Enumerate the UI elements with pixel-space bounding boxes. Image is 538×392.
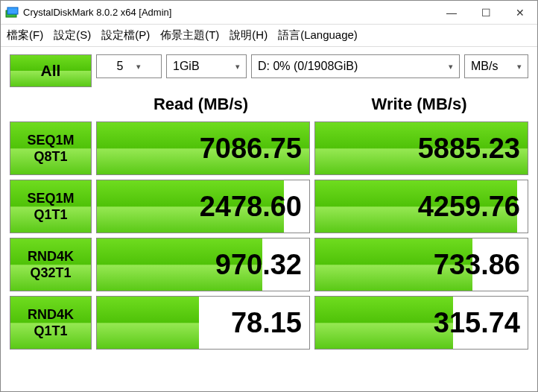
test-label-line1: SEQ1M	[27, 190, 74, 207]
titlebar: CrystalDiskMark 8.0.2 x64 [Admin] — ☐ ✕	[1, 1, 537, 25]
chevron-down-icon: ▾	[517, 62, 522, 72]
drive-select[interactable]: D: 0% (0/1908GiB) ▾	[251, 54, 460, 78]
benchmark-row: RND4KQ1T178.15315.74	[10, 296, 528, 350]
size-value: 1GiB	[173, 60, 200, 73]
write-result-cell: 4259.76	[314, 180, 528, 233]
chevron-down-icon: ▾	[235, 62, 240, 72]
column-headers: Read (MB/s) Write (MB/s)	[10, 90, 528, 121]
test-label-line2: Q1T1	[34, 206, 67, 224]
size-select[interactable]: 1GiB ▾	[166, 54, 247, 78]
read-value: 970.32	[215, 249, 302, 281]
close-button[interactable]: ✕	[503, 1, 537, 25]
run-all-button[interactable]: All	[10, 54, 92, 87]
test-label-line2: Q1T1	[34, 323, 67, 340]
write-value: 4259.76	[418, 191, 520, 223]
menu-theme[interactable]: 佈景主題(T)	[160, 28, 219, 42]
read-header: Read (MB/s)	[92, 90, 310, 121]
maximize-button[interactable]: ☐	[469, 1, 503, 25]
write-header: Write (MB/s)	[310, 90, 528, 121]
run-test-button-seq1m-q1t1[interactable]: SEQ1MQ1T1	[10, 180, 92, 233]
test-label-line1: SEQ1M	[27, 132, 74, 149]
write-value: 733.86	[434, 249, 520, 281]
benchmark-row: SEQ1MQ8T17086.755885.23	[10, 121, 528, 175]
write-result-cell: 733.86	[314, 238, 528, 291]
result-bar	[97, 297, 199, 349]
unit-value: MB/s	[471, 60, 498, 73]
minimize-button[interactable]: —	[434, 1, 469, 25]
runs-value: 5	[117, 60, 124, 73]
write-result-cell: 5885.23	[314, 121, 528, 175]
benchmark-row: SEQ1MQ1T12478.604259.76	[10, 180, 528, 233]
read-value: 78.15	[231, 307, 302, 339]
test-label-line2: Q8T1	[34, 148, 67, 165]
write-value: 5885.23	[418, 133, 520, 165]
controls-row: All 5 ▾ 1GiB ▾ D: 0% (0/1908GiB) ▾ MB/s …	[10, 54, 528, 87]
chevron-down-icon: ▾	[136, 62, 141, 72]
runs-select[interactable]: 5 ▾	[96, 54, 162, 78]
menu-language[interactable]: 語言(Language)	[278, 28, 358, 42]
menu-profile[interactable]: 設定檔(P)	[101, 28, 150, 42]
read-value: 7086.75	[200, 133, 302, 165]
app-icon	[5, 6, 19, 19]
read-result-cell: 78.15	[96, 296, 310, 350]
write-result-cell: 315.74	[314, 296, 528, 350]
benchmark-row: RND4KQ32T1970.32733.86	[10, 238, 528, 291]
content-area: All 5 ▾ 1GiB ▾ D: 0% (0/1908GiB) ▾ MB/s …	[1, 47, 537, 361]
menubar: 檔案(F) 設定(S) 設定檔(P) 佈景主題(T) 說明(H) 語言(Lang…	[1, 25, 537, 47]
read-result-cell: 970.32	[96, 238, 310, 291]
run-test-button-seq1m-q8t1[interactable]: SEQ1MQ8T1	[10, 121, 92, 175]
menu-settings[interactable]: 設定(S)	[54, 28, 91, 42]
test-label-line1: RND4K	[28, 248, 74, 265]
test-label-line2: Q32T1	[30, 265, 71, 282]
unit-select[interactable]: MB/s ▾	[464, 54, 528, 78]
read-result-cell: 2478.60	[96, 180, 310, 233]
window-title: CrystalDiskMark 8.0.2 x64 [Admin]	[23, 7, 434, 18]
svg-rect-1	[7, 7, 18, 14]
drive-value: D: 0% (0/1908GiB)	[258, 60, 358, 73]
menu-file[interactable]: 檔案(F)	[7, 28, 43, 42]
chevron-down-icon: ▾	[449, 62, 453, 72]
test-label-line1: RND4K	[28, 306, 74, 323]
read-value: 2478.60	[200, 191, 302, 223]
result-bar	[315, 297, 453, 349]
run-test-button-rnd4k-q1t1[interactable]: RND4KQ1T1	[10, 296, 92, 350]
menu-help[interactable]: 說明(H)	[230, 28, 268, 42]
read-result-cell: 7086.75	[96, 121, 310, 175]
write-value: 315.74	[434, 307, 520, 339]
run-test-button-rnd4k-q32t1[interactable]: RND4KQ32T1	[10, 238, 92, 291]
